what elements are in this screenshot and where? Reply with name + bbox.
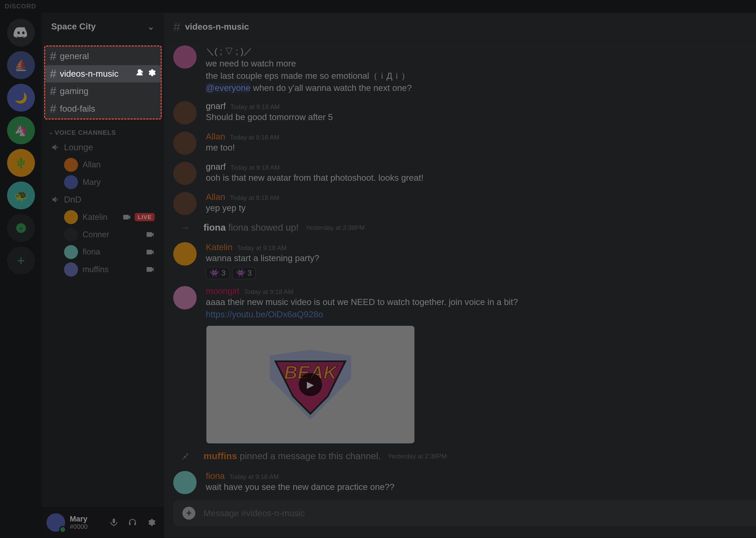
message-input[interactable] — [204, 508, 756, 518]
message: gnarfToday at 9:18 AMooh is that new ava… — [173, 157, 756, 187]
voice-member[interactable]: KatelinLIVE — [46, 208, 159, 226]
deafen-button[interactable] — [124, 514, 141, 531]
voice-member[interactable]: fiona — [46, 243, 159, 261]
voice-channel[interactable]: Lounge — [46, 139, 159, 156]
voice-member[interactable]: Conner — [46, 226, 159, 243]
system-message: muffins pinned a message to this channel… — [173, 446, 756, 466]
avatar[interactable] — [173, 286, 197, 309]
channel-sidebar: Space City ⌄ #general #videos-n-music #g… — [42, 13, 164, 538]
voice-member[interactable]: Mary — [46, 174, 159, 191]
avatar[interactable] — [173, 192, 197, 215]
reaction[interactable]: 👾 3 — [206, 267, 230, 279]
voice-channel[interactable]: DnD — [46, 191, 159, 208]
avatar[interactable] — [173, 242, 197, 266]
chevron-down-icon: ⌄ — [147, 21, 155, 32]
speaker-icon — [51, 195, 60, 204]
user-avatar[interactable] — [46, 513, 65, 532]
channel-videos-n-music[interactable]: #videos-n-music — [45, 65, 161, 82]
avatar[interactable] — [173, 162, 197, 185]
home-button[interactable] — [7, 19, 35, 46]
user-tag: #0000 — [70, 523, 101, 530]
hash-icon: # — [50, 84, 57, 98]
server-icon[interactable]: 🐢 — [7, 182, 35, 209]
reaction[interactable]: 👾 3 — [232, 267, 256, 279]
avatar[interactable] — [173, 101, 197, 125]
avatar[interactable] — [173, 45, 197, 69]
hash-icon: # — [50, 67, 57, 81]
message: gnarfToday at 9:18 AMShould be good tomo… — [173, 97, 756, 127]
composer[interactable]: + GIF — [173, 501, 756, 526]
user-panel: Mary #0000 — [42, 507, 164, 537]
server-icon[interactable]: ⛵ — [7, 51, 35, 79]
chat-header: #videos-n-music 🔍 — [164, 13, 756, 41]
speaker-icon — [51, 143, 60, 152]
avatar[interactable] — [173, 471, 197, 494]
voice-member[interactable]: muffins — [46, 261, 159, 278]
play-icon[interactable]: ▶ — [299, 373, 322, 397]
message: ＼( ; ▽ ; )／we need to watch morethe last… — [173, 41, 756, 97]
message: AllanToday at 9:18 AMyep yep ty — [173, 187, 756, 218]
channel-food-fails[interactable]: #food-fails — [45, 100, 161, 117]
invite-icon[interactable] — [135, 68, 144, 79]
message: moongirlToday at 9:18 AMaaaa their new m… — [173, 282, 756, 446]
message-list[interactable]: ＼( ; ▽ ; )／we need to watch morethe last… — [164, 41, 756, 501]
hash-icon: # — [50, 50, 57, 63]
highlight-annotation: #general #videos-n-music #gaming #food-f… — [44, 45, 162, 120]
titlebar: DISCORD — ☐ ✕ — [0, 0, 756, 13]
server-icon[interactable]: 🦄 — [7, 116, 35, 144]
message: fionaToday at 9:18 AMwait have you see t… — [173, 466, 756, 497]
server-icon[interactable]: 🌙 — [7, 84, 35, 112]
avatar[interactable] — [173, 132, 197, 155]
user-name: Mary — [70, 515, 101, 523]
server-header[interactable]: Space City ⌄ — [42, 13, 164, 41]
server-name: Space City — [51, 22, 96, 31]
message: AllanToday at 9:18 AMme too! — [173, 127, 756, 157]
system-message: →fiona fiona showed up! Yesterday at 2:3… — [173, 218, 756, 238]
voice-member[interactable]: Allan — [46, 156, 159, 173]
channel-gaming[interactable]: #gaming — [45, 82, 161, 100]
server-icon[interactable]: 🌵 — [7, 149, 35, 177]
app-title: DISCORD — [5, 3, 36, 10]
mute-button[interactable] — [106, 514, 122, 531]
attach-button[interactable]: + — [182, 507, 195, 519]
gear-icon[interactable] — [147, 68, 156, 79]
explore-button[interactable] — [7, 214, 35, 242]
message: KatelinToday at 9:18 AMwanna start a lis… — [173, 238, 756, 282]
channel-general[interactable]: #general — [45, 48, 161, 65]
settings-button[interactable] — [143, 514, 159, 531]
hash-icon: # — [173, 20, 180, 34]
add-server-button[interactable]: + — [7, 247, 35, 275]
server-list: ⛵ 🌙 🦄 🌵 🐢 + — [0, 13, 42, 538]
hash-icon: # — [50, 102, 57, 115]
video-embed[interactable]: BEAK▶ — [206, 325, 415, 444]
link[interactable]: https://youtu.be/OiDx6aQ928o — [206, 309, 323, 319]
channel-title: videos-n-music — [185, 22, 249, 32]
status-indicator — [59, 526, 67, 533]
voice-channels-header[interactable]: ⌄ VOICE CHANNELS — [46, 120, 159, 138]
